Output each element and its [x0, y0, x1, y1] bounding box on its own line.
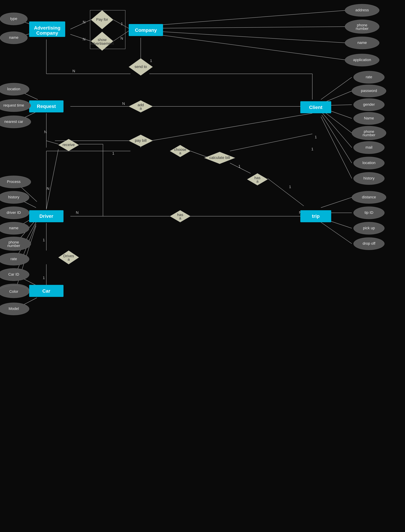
- svg-line-36: [151, 113, 312, 141]
- relation-show-adv-label2: advertisement: [90, 41, 114, 46]
- svg-line-79: [149, 31, 347, 43]
- svg-line-24: [323, 111, 352, 133]
- svg-text:1: 1: [43, 238, 45, 242]
- attr-client-name-label: Name: [364, 116, 374, 120]
- svg-text:N: N: [121, 36, 123, 40]
- svg-line-78: [149, 27, 347, 28]
- svg-text:1: 1: [315, 135, 317, 139]
- svg-line-26: [322, 115, 352, 163]
- attr-client-password-label: password: [361, 88, 377, 93]
- relation-add-label2: a: [140, 106, 142, 110]
- attr-driver-name-label: name: [9, 226, 18, 230]
- attr-company-phone-label2: number: [356, 27, 369, 31]
- attr-client-rate-label: rate: [366, 75, 372, 79]
- attr-trip-dropoff-label: drop off: [363, 241, 376, 246]
- attr-car-model-label: Model: [9, 307, 19, 311]
- attr-client-location-label: location: [362, 161, 376, 165]
- svg-text:N: N: [122, 101, 125, 106]
- attr-client-mail-label: mail: [365, 145, 372, 149]
- attr-driver-rate-label: rate: [10, 257, 17, 261]
- attr-trip-pickup-label: pick up: [363, 226, 375, 230]
- relation-send-to-label: send to: [135, 65, 147, 69]
- entity-driver-label: Driver: [40, 214, 53, 219]
- svg-text:N: N: [76, 210, 79, 215]
- svg-line-25: [323, 113, 352, 148]
- attr-driver-id-label: driver ID: [7, 210, 21, 215]
- svg-text:N: N: [72, 69, 75, 73]
- entity-company-label: Company: [135, 27, 157, 33]
- entity-advertising-company-label2: Company: [36, 30, 58, 36]
- svg-text:1: 1: [311, 147, 313, 151]
- svg-line-0: [70, 20, 91, 29]
- er-diagram: N 1 N N N 1 N N N 1: [0, 0, 405, 532]
- relation-receive-label: receive: [63, 143, 75, 147]
- entity-trip-label: trip: [312, 214, 319, 219]
- attr-request-nearest-label: nearest car: [4, 120, 23, 124]
- svg-line-45: [268, 178, 304, 206]
- svg-text:1: 1: [238, 164, 240, 168]
- attr-car-color-label: Color: [9, 289, 18, 294]
- attr-client-phone-label2: number: [363, 133, 376, 137]
- svg-line-77: [149, 10, 347, 26]
- svg-text:N: N: [83, 20, 86, 24]
- relation-choose-label2: a: [179, 151, 181, 155]
- svg-line-32: [46, 141, 58, 144]
- entity-request-label: Request: [37, 104, 56, 109]
- svg-text:1: 1: [112, 151, 114, 155]
- relation-pay-for-label: Pay for: [96, 17, 108, 22]
- svg-line-73: [321, 222, 352, 244]
- attr-client-gender-label: gender: [363, 102, 375, 107]
- svg-line-21: [323, 91, 352, 103]
- svg-text:1: 1: [43, 276, 45, 280]
- svg-line-20: [321, 77, 352, 100]
- entity-advertising-company-label: Advertising: [34, 25, 61, 31]
- svg-text:1: 1: [121, 22, 123, 26]
- entity-client-label: Client: [309, 105, 323, 110]
- attr-request-location-label: location: [7, 87, 20, 91]
- attr-adv-name-label: name: [9, 35, 18, 40]
- attr-client-history-label: history: [364, 176, 375, 180]
- attr-adv-type-label: type: [10, 16, 17, 21]
- attr-trip-distance-label: distance: [362, 195, 376, 199]
- relation-has-trip-label2: a: [256, 179, 259, 183]
- svg-line-41: [230, 134, 312, 151]
- svg-line-1: [70, 34, 91, 41]
- svg-text:N: N: [47, 186, 49, 191]
- attr-company-address-label: address: [355, 8, 369, 12]
- svg-line-80: [149, 34, 347, 60]
- svg-text:N: N: [83, 37, 86, 41]
- attr-car-id-label: Car ID: [8, 272, 19, 276]
- relation-has-driver-label2: a: [179, 216, 181, 220]
- attr-company-app-label: application: [353, 58, 371, 62]
- svg-text:N: N: [44, 130, 47, 134]
- attr-trip-tipid-label: tip ID: [364, 210, 373, 215]
- attr-driver-history-label: history: [8, 195, 19, 199]
- attr-driver-phone-label2: number: [7, 243, 20, 248]
- relation-calculate-bill-label: calculate bill: [209, 155, 230, 160]
- svg-text:1: 1: [289, 185, 291, 189]
- relation-pay-bill-label: pay bill: [135, 138, 147, 143]
- svg-line-70: [321, 197, 352, 208]
- attr-company-name-label: name: [357, 40, 367, 45]
- svg-line-40: [190, 151, 209, 158]
- attr-driver-process-label: Process: [7, 180, 20, 184]
- svg-text:1: 1: [150, 59, 152, 63]
- entity-car-label: Car: [42, 288, 50, 294]
- relation-drives-label2: a: [68, 257, 70, 262]
- svg-line-33: [46, 149, 58, 209]
- attr-request-time-label: request time: [3, 103, 24, 108]
- svg-line-27: [321, 117, 352, 178]
